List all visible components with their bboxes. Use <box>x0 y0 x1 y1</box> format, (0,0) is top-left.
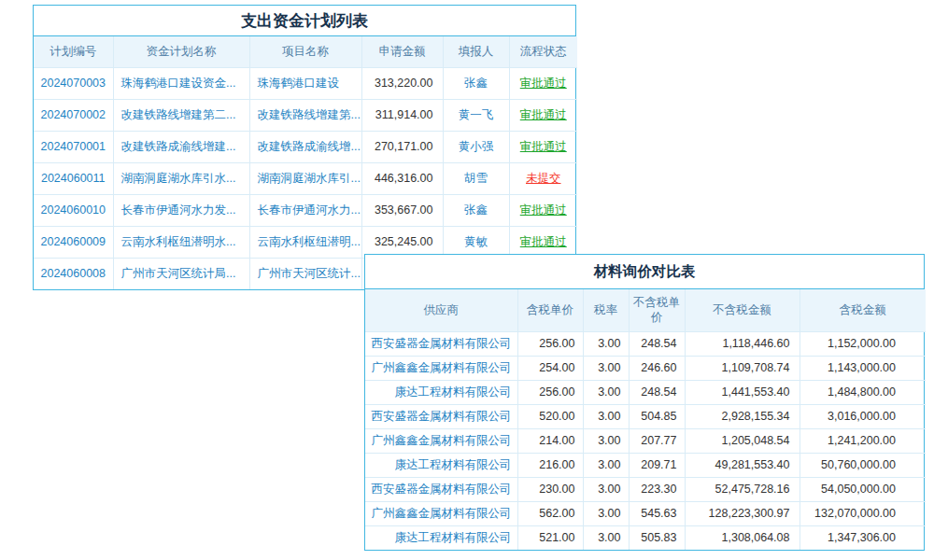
net-amount-value: 1,441,553.40 <box>685 380 800 404</box>
net-unit-price-value: 209.71 <box>629 453 685 477</box>
net-amount-value: 49,281,553.40 <box>685 453 800 477</box>
fund-plan-name-link[interactable]: 改建铁路成渝线增建... <box>113 131 249 162</box>
project-name-link[interactable]: 珠海鹤港口建设 <box>249 67 361 99</box>
quote-col-net-unit-price: 不含税单价 <box>629 289 685 331</box>
supplier-name-link[interactable]: 西安盛器金属材料有限公司 <box>365 477 517 501</box>
tax-amount-value: 1,484,800.00 <box>800 380 926 404</box>
status-cell: 审批通过 <box>509 67 577 99</box>
fund-plan-name-link[interactable]: 湖南洞庭湖水库引水... <box>113 162 249 194</box>
supplier-name-link[interactable]: 西安盛器金属材料有限公司 <box>365 331 517 356</box>
fund-plan-name-link[interactable]: 广州市天河区统计局... <box>113 258 249 289</box>
reporter-name: 张鑫 <box>443 67 509 99</box>
fund-plan-name-link[interactable]: 云南水利枢纽潜明水... <box>113 226 249 258</box>
status-cell: 审批通过 <box>509 131 577 162</box>
quote-col-tax-unit-price: 含税单价 <box>517 289 583 331</box>
supplier-name-link[interactable]: 广州鑫鑫金属材料有限公司 <box>365 501 517 525</box>
project-name-link[interactable]: 改建铁路成渝线增... <box>249 131 361 162</box>
table-row: 2024060010 长春市伊通河水力发... 长春市伊通河水力... 353,… <box>34 194 577 226</box>
tax-unit-price-value: 256.00 <box>517 331 583 356</box>
project-name-link[interactable]: 云南水利枢纽潜明... <box>249 226 361 258</box>
supplier-name-link[interactable]: 康达工程材料有限公司 <box>365 453 517 477</box>
apply-amount-value: 325,245.00 <box>361 226 443 258</box>
table-row: 2024060009 云南水利枢纽潜明水... 云南水利枢纽潜明... 325,… <box>34 226 577 258</box>
project-name-link[interactable]: 长春市伊通河水力... <box>249 194 361 226</box>
net-unit-price-value: 505.83 <box>629 525 685 550</box>
plan-col-apply-amount: 申请金额 <box>361 36 443 67</box>
tax-amount-value: 50,760,000.00 <box>800 453 926 477</box>
tax-rate-value: 3.00 <box>583 356 629 380</box>
status-link[interactable]: 未提交 <box>526 172 561 185</box>
fund-plan-name-link[interactable]: 珠海鹤港口建设资金... <box>113 67 249 99</box>
quote-header-row: 供应商 含税单价 税率 不含税单价 不含税金额 含税金额 <box>365 289 926 331</box>
net-amount-value: 128,223,300.97 <box>685 501 800 525</box>
tax-amount-value: 54,050,000.00 <box>800 477 926 501</box>
plan-number-link[interactable]: 2024070003 <box>34 67 113 99</box>
status-link[interactable]: 审批通过 <box>520 77 567 90</box>
tax-amount-value: 132,070,000.00 <box>800 501 926 525</box>
table-row: 2024070001 改建铁路成渝线增建... 改建铁路成渝线增... 270,… <box>34 131 577 162</box>
status-link[interactable]: 审批通过 <box>520 235 567 248</box>
plan-number-link[interactable]: 2024060010 <box>34 194 113 226</box>
reporter-name: 黄敏 <box>443 226 509 258</box>
table-row: 广州鑫鑫金属材料有限公司 254.00 3.00 246.60 1,109,70… <box>365 356 926 380</box>
plan-col-fund-name: 资金计划名称 <box>113 36 249 67</box>
status-link[interactable]: 审批通过 <box>520 140 567 153</box>
expense-plan-table: 计划编号 资金计划名称 项目名称 申请金额 填报人 流程状态 202407000… <box>34 36 577 289</box>
project-name-link[interactable]: 改建铁路线增建第... <box>249 99 361 131</box>
tax-unit-price-value: 216.00 <box>517 453 583 477</box>
reporter-name: 黄小强 <box>443 131 509 162</box>
supplier-name-link[interactable]: 康达工程材料有限公司 <box>365 525 517 550</box>
apply-amount-value: 311,914.00 <box>361 99 443 131</box>
tax-amount-value: 1,143,000.00 <box>800 356 926 380</box>
expense-plan-title: 支出资金计划列表 <box>34 6 575 36</box>
net-amount-value: 1,308,064.08 <box>685 525 800 550</box>
tax-rate-value: 3.00 <box>583 501 629 525</box>
net-amount-value: 1,118,446.60 <box>685 331 800 356</box>
fund-plan-name-link[interactable]: 长春市伊通河水力发... <box>113 194 249 226</box>
supplier-name-link[interactable]: 西安盛器金属材料有限公司 <box>365 404 517 428</box>
quote-col-supplier: 供应商 <box>365 289 517 331</box>
plan-number-link[interactable]: 2024070001 <box>34 131 113 162</box>
fund-plan-name-link[interactable]: 改建铁路线增建第二... <box>113 99 249 131</box>
supplier-name-link[interactable]: 康达工程材料有限公司 <box>365 380 517 404</box>
project-name-link[interactable]: 广州市天河区统计... <box>249 258 361 289</box>
tax-unit-price-value: 256.00 <box>517 380 583 404</box>
apply-amount-value: 270,171.00 <box>361 131 443 162</box>
table-row: 2024060011 湖南洞庭湖水库引水... 湖南洞庭湖水库引... 446,… <box>34 162 577 194</box>
tax-rate-value: 3.00 <box>583 428 629 453</box>
table-row: 西安盛器金属材料有限公司 230.00 3.00 223.30 52,475,7… <box>365 477 926 501</box>
plan-col-project-name: 项目名称 <box>249 36 361 67</box>
table-row: 康达工程材料有限公司 216.00 3.00 209.71 49,281,553… <box>365 453 926 477</box>
tax-rate-value: 3.00 <box>583 525 629 550</box>
quote-col-tax-amount: 含税金额 <box>800 289 926 331</box>
net-unit-price-value: 248.54 <box>629 331 685 356</box>
tax-rate-value: 3.00 <box>583 380 629 404</box>
net-amount-value: 2,928,155.34 <box>685 404 800 428</box>
plan-number-link[interactable]: 2024060008 <box>34 258 113 289</box>
tax-amount-value: 1,152,000.00 <box>800 331 926 356</box>
plan-number-link[interactable]: 2024060011 <box>34 162 113 194</box>
reporter-name: 张鑫 <box>443 194 509 226</box>
table-row: 西安盛器金属材料有限公司 256.00 3.00 248.54 1,118,44… <box>365 331 926 356</box>
tax-rate-value: 3.00 <box>583 453 629 477</box>
table-row: 广州鑫鑫金属材料有限公司 214.00 3.00 207.77 1,205,04… <box>365 428 926 453</box>
supplier-name-link[interactable]: 广州鑫鑫金属材料有限公司 <box>365 428 517 453</box>
tax-unit-price-value: 521.00 <box>517 525 583 550</box>
plan-number-link[interactable]: 2024070002 <box>34 99 113 131</box>
net-unit-price-value: 223.30 <box>629 477 685 501</box>
project-name-link[interactable]: 湖南洞庭湖水库引... <box>249 162 361 194</box>
plan-number-link[interactable]: 2024060009 <box>34 226 113 258</box>
status-link[interactable]: 审批通过 <box>520 203 567 217</box>
supplier-name-link[interactable]: 广州鑫鑫金属材料有限公司 <box>365 356 517 380</box>
table-row: 2024070003 珠海鹤港口建设资金... 珠海鹤港口建设 313,220.… <box>34 67 577 99</box>
quote-col-net-amount: 不含税金额 <box>685 289 800 331</box>
net-unit-price-value: 248.54 <box>629 380 685 404</box>
table-row: 西安盛器金属材料有限公司 520.00 3.00 504.85 2,928,15… <box>365 404 926 428</box>
status-link[interactable]: 审批通过 <box>520 108 567 121</box>
apply-amount-value: 446,316.00 <box>361 162 443 194</box>
reporter-name: 黄一飞 <box>443 99 509 131</box>
net-unit-price-value: 246.60 <box>629 356 685 380</box>
plan-header-row: 计划编号 资金计划名称 项目名称 申请金额 填报人 流程状态 <box>34 36 577 67</box>
tax-amount-value: 1,241,200.00 <box>800 428 926 453</box>
net-amount-value: 52,475,728.16 <box>685 477 800 501</box>
